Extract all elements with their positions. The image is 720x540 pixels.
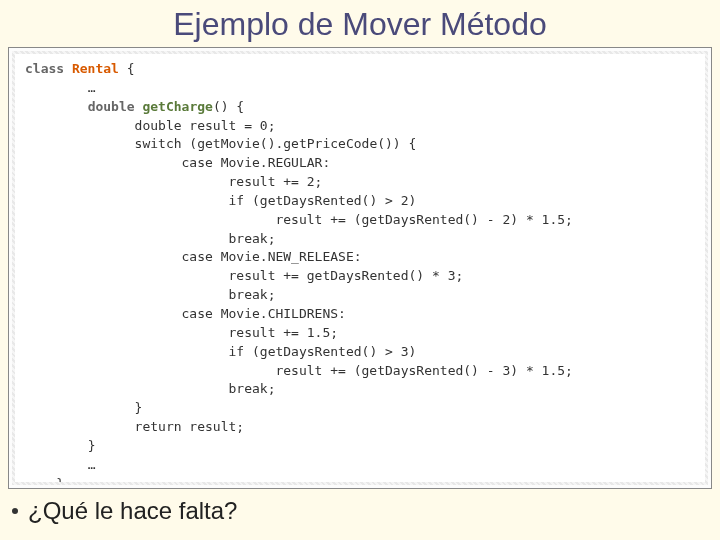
code-line: break; [229,381,276,396]
code-line: } [56,476,64,482]
bullet-text: ¿Qué le hace falta? [28,497,237,524]
code-line: } [135,400,143,415]
code-line: return result; [135,419,245,434]
code-line: break; [229,287,276,302]
code-line: if (getDaysRented() > 3) [229,344,417,359]
code-line: case Movie.REGULAR: [182,155,331,170]
code-block: class Rental { … double getCharge() { do… [8,47,712,489]
code-line: } [88,438,96,453]
keyword-class: class [25,61,64,76]
code-content: class Rental { … double getCharge() { do… [15,54,705,482]
code-line: double result = 0; [135,118,276,133]
keyword-double: double [88,99,135,114]
code-line: if (getDaysRented() > 2) [229,193,417,208]
ellipsis: … [88,457,96,472]
method-sig: () { [213,99,244,114]
code-line: result += 2; [229,174,323,189]
code-border: class Rental { … double getCharge() { do… [12,51,708,485]
ellipsis: … [88,80,96,95]
code-line: result += (getDaysRented() - 3) * 1.5; [275,363,572,378]
slide-title: Ejemplo de Mover Método [0,0,720,47]
code-line: result += (getDaysRented() - 2) * 1.5; [275,212,572,227]
code-line: result += 1.5; [229,325,339,340]
code-line: case Movie.NEW_RELEASE: [182,249,362,264]
code-line: break; [229,231,276,246]
class-name: Rental [72,61,119,76]
method-name: getCharge [142,99,212,114]
brace: { [119,61,135,76]
bullet-item: ¿Qué le hace falta? [0,489,720,525]
code-line: switch (getMovie().getPriceCode()) { [135,136,417,151]
code-line: case Movie.CHILDRENS: [182,306,346,321]
code-line: result += getDaysRented() * 3; [229,268,464,283]
bullet-dot-icon [12,508,18,514]
